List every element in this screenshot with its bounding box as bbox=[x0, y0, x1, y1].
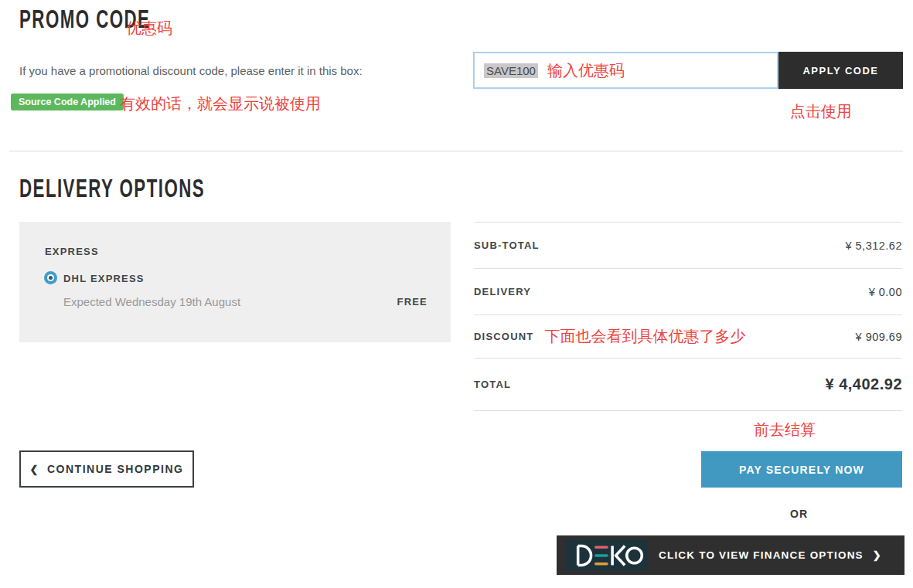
deko-logo-icon bbox=[565, 540, 648, 570]
continue-shopping-button[interactable]: ❮ CONTINUE SHOPPING bbox=[19, 450, 194, 488]
subtotal-label: SUB-TOTAL bbox=[474, 240, 540, 251]
or-separator: OR bbox=[790, 508, 808, 520]
pay-securely-now-button[interactable]: PAY SECURELY NOW bbox=[701, 451, 902, 488]
checkout-annotation: 前去结算 bbox=[754, 420, 816, 440]
delivery-option-label: DHL EXPRESS bbox=[63, 273, 145, 284]
delivery-option-panel: EXPRESS DHL EXPRESS Expected Wednesday 1… bbox=[19, 222, 451, 342]
promo-code-input[interactable]: SAVE100 输入优惠码 bbox=[473, 52, 778, 89]
delivery-cost-label: DELIVERY bbox=[474, 286, 531, 297]
discount-label: DISCOUNT bbox=[474, 331, 534, 342]
checkout-page: PROMO CODE 优惠码 If you have a promotional… bbox=[0, 0, 913, 588]
finance-options-label: CLICK TO VIEW FINANCE OPTIONS bbox=[659, 549, 864, 561]
delivery-options-title: DELIVERY OPTIONS bbox=[19, 174, 205, 203]
promo-title-annotation: 优惠码 bbox=[126, 18, 172, 39]
source-code-applied-badge: Source Code Applied bbox=[11, 93, 124, 110]
total-value: ¥ 4,402.92 bbox=[825, 376, 902, 393]
total-label: TOTAL bbox=[474, 379, 511, 390]
delivery-cost-row: DELIVERY ¥ 0.00 bbox=[474, 268, 902, 314]
apply-button-annotation: 点击使用 bbox=[790, 101, 852, 122]
chevron-right-icon: ❯ bbox=[873, 549, 881, 561]
section-divider bbox=[9, 151, 903, 151]
promo-code-value: SAVE100 bbox=[484, 63, 538, 78]
delivery-radio-selected[interactable] bbox=[44, 271, 57, 284]
finance-options-button[interactable]: CLICK TO VIEW FINANCE OPTIONS ❯ bbox=[557, 535, 904, 575]
chevron-left-icon: ❮ bbox=[30, 464, 39, 475]
delivery-option-note: Expected Wednesday 19th August bbox=[63, 295, 240, 308]
promo-description: If you have a promotional discount code,… bbox=[19, 64, 363, 77]
discount-value: ¥ 909.69 bbox=[856, 331, 902, 343]
promo-input-annotation: 输入优惠码 bbox=[547, 60, 625, 81]
discount-annotation: 下面也会看到具体优惠了多少 bbox=[545, 326, 746, 347]
discount-row: DISCOUNT 下面也会看到具体优惠了多少 ¥ 909.69 bbox=[474, 314, 902, 358]
subtotal-row: SUB-TOTAL ¥ 5,312.62 bbox=[474, 222, 902, 268]
continue-shopping-label: CONTINUE SHOPPING bbox=[47, 463, 183, 475]
delivery-group-label: EXPRESS bbox=[45, 246, 99, 257]
badge-annotation: 有效的话，就会显示说被使用 bbox=[120, 93, 321, 114]
delivery-option-price: FREE bbox=[397, 296, 428, 308]
subtotal-value: ¥ 5,312.62 bbox=[845, 240, 902, 252]
apply-code-button[interactable]: APPLY CODE bbox=[778, 52, 903, 89]
totals-bottom-line bbox=[474, 410, 902, 411]
total-row: TOTAL ¥ 4,402.92 bbox=[474, 358, 902, 410]
delivery-cost-value: ¥ 0.00 bbox=[869, 286, 902, 298]
